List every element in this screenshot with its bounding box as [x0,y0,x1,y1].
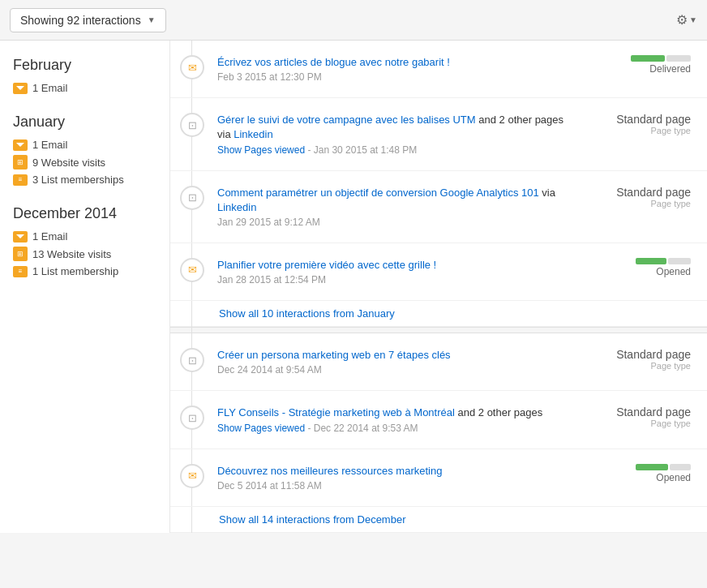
interaction-date: Show Pages viewed - Jan 30 2015 at 1:48 … [217,144,577,156]
show-all-december-link[interactable]: Show all 14 interactions from December [219,513,707,526]
sidebar-month-january: January [13,114,156,131]
page-type-label: Standard page [585,406,691,418]
document-icon: ⊡ [188,119,197,131]
sidebar-month-december: December 2014 [13,205,156,222]
interaction-icon-page: ⊡ [180,406,204,430]
dropdown-label: Showing 92 interactions [20,14,141,27]
progress-bar [585,55,691,62]
interaction-date: Feb 3 2015 at 12:30 PM [217,71,577,83]
top-bar: Showing 92 interactions ▼ ⚙ ▼ [0,0,707,41]
show-all-january-link[interactable]: Show all 10 interactions from January [219,307,707,320]
interaction-title[interactable]: Écrivez vos articles de blogue avec notr… [217,56,450,68]
interaction-right: Standard page Page type [577,113,691,135]
sidebar-stat-dec-list: ≡ 1 List membership [13,265,156,277]
page-type-label: Standard page [585,113,691,126]
progress-green [636,464,668,470]
status-label: Opened [585,266,691,277]
interaction-title[interactable]: Gérer le suivi de votre campagne avec le… [217,114,476,126]
interaction-item: ⊡ Comment paramétrer un objectif de conv… [170,171,707,243]
interaction-title[interactable]: Créer un persona marketing web en 7 étap… [217,349,451,361]
interaction-item: ⊡ Créer un persona marketing web en 7 ét… [170,333,707,391]
sidebar-stat-dec-web: ⊞ 13 Website visits [13,247,156,261]
interaction-body: Découvrez nos meilleures ressources mark… [217,464,577,491]
via-link[interactable]: Linkedin [217,201,256,213]
dec-web-count: 13 Website visits [32,248,111,260]
sidebar-section-january: January 1 Email ⊞ 9 Website visits ≡ 3 L… [13,114,156,186]
jan-list-count: 3 List memberships [32,174,124,186]
sidebar-stat-dec-email: 1 Email [13,230,156,242]
document-icon: ⊡ [188,354,197,367]
interaction-right: Standard page Page type [577,348,691,371]
interaction-icon-email: ✉ [180,464,204,488]
sidebar-stat-jan-email: 1 Email [13,139,156,151]
page-type-label: Standard page [585,186,691,199]
gear-chevron-icon: ▼ [689,15,697,24]
page-type-sub: Page type [585,126,691,135]
interaction-date: Dec 24 2014 at 9:54 AM [217,364,577,376]
interaction-body: Écrivez vos articles de blogue avec notr… [217,55,577,83]
envelope-icon: ✉ [188,62,197,74]
interaction-title[interactable]: Planifier votre première vidéo avec cett… [217,259,436,271]
interaction-item: ⊡ Gérer le suivi de votre campagne avec … [170,98,707,170]
interaction-title[interactable]: Comment paramétrer un objectif de conver… [217,187,539,199]
interactions-dropdown[interactable]: Showing 92 interactions ▼ [10,8,166,32]
email-icon [13,83,28,94]
list-icon: ≡ [13,266,28,277]
jan-web-count: 9 Website visits [32,157,105,169]
page-type-sub: Page type [585,418,691,428]
show-pages-link[interactable]: Show Pages viewed [217,144,305,156]
progress-gray [666,55,691,62]
web-icon: ⊞ [13,155,28,170]
dec-email-count: 1 Email [32,230,67,242]
interaction-right: Standard page Page type [577,406,691,428]
progress-gray [668,258,691,264]
interaction-item: ⊡ FLY Conseils - Stratégie marketing web… [170,391,707,449]
page-type-sub: Page type [585,199,691,208]
gear-icon: ⚙ [676,12,688,28]
interaction-title[interactable]: FLY Conseils - Stratégie marketing web à… [217,406,455,418]
status-label: Opened [585,472,691,483]
interaction-body: FLY Conseils - Stratégie marketing web à… [217,406,577,433]
email-icon [13,139,28,151]
feb-email-count: 1 Email [32,82,67,94]
sidebar-stat-jan-web: ⊞ 9 Website visits [13,155,156,170]
interaction-date: Jan 29 2015 at 9:12 AM [217,217,577,228]
interaction-right: Opened [577,258,691,277]
sidebar-section-february: February 1 Email [13,57,156,94]
interaction-icon-page: ⊡ [180,186,204,210]
interaction-date: Dec 5 2014 at 11:58 AM [217,480,577,491]
envelope-icon: ✉ [188,264,197,276]
interaction-right: Delivered [577,55,691,75]
interaction-right: Opened [577,464,691,483]
interaction-date: Jan 28 2015 at 12:54 PM [217,274,577,285]
progress-gray [670,464,691,470]
sidebar-stat-jan-list: ≡ 3 List memberships [13,174,156,186]
interaction-icon-page: ⊡ [180,113,204,137]
status-label: Delivered [585,63,691,75]
interaction-item: ✉ Découvrez nos meilleures ressources ma… [170,449,707,507]
interaction-item: ✉ Écrivez vos articles de blogue avec no… [170,41,707,98]
email-icon [13,231,28,242]
document-icon: ⊡ [188,412,197,424]
interaction-icon-email: ✉ [180,55,204,79]
web-icon: ⊞ [13,247,28,261]
progress-bar [585,464,691,470]
section-divider [170,327,707,333]
interaction-title[interactable]: Découvrez nos meilleures ressources mark… [217,465,442,477]
via-link[interactable]: Linkedin [234,128,272,140]
settings-button[interactable]: ⚙ ▼ [676,12,697,28]
progress-bar [585,258,691,264]
jan-email-count: 1 Email [32,139,67,151]
interaction-body: Planifier votre première vidéo avec cett… [217,258,577,285]
list-icon: ≡ [13,174,28,186]
document-icon: ⊡ [188,191,197,204]
interaction-right: Standard page Page type [577,186,691,208]
progress-green [631,55,665,62]
show-pages-link[interactable]: Show Pages viewed [217,423,305,434]
sidebar-section-december: December 2014 1 Email ⊞ 13 Website visit… [13,205,156,277]
interaction-body: Comment paramétrer un objectif de conver… [217,186,577,228]
interaction-item: ✉ Planifier votre première vidéo avec ce… [170,243,707,301]
dec-list-count: 1 List membership [32,265,118,277]
interaction-body: Gérer le suivi de votre campagne avec le… [217,113,577,155]
envelope-icon: ✉ [188,470,197,482]
